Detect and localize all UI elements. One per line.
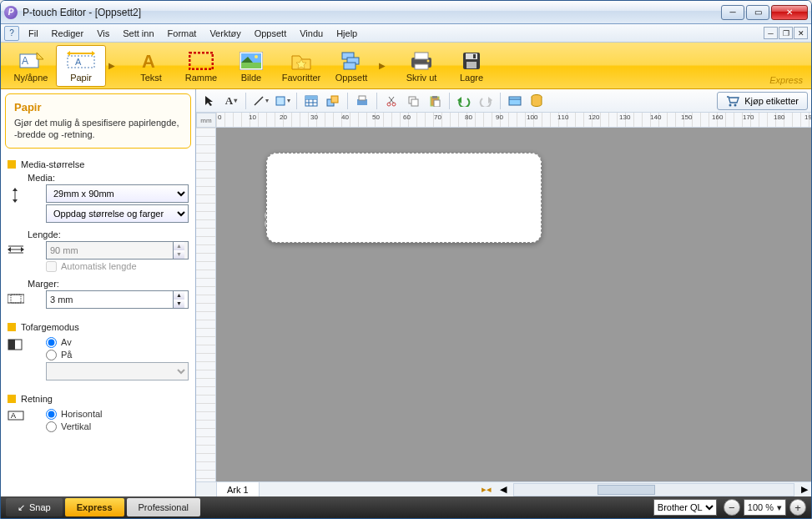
svg-rect-25	[467, 62, 477, 68]
minimize-button[interactable]: ─	[721, 5, 744, 20]
line-tool[interactable]	[250, 92, 270, 110]
svg-rect-53	[359, 96, 366, 100]
ribbon-print[interactable]: Skriv ut	[396, 45, 446, 87]
ribbon-paper[interactable]: A Papir	[56, 45, 106, 87]
svg-rect-38	[8, 340, 15, 350]
svg-marker-2	[37, 53, 43, 59]
cart-icon	[726, 95, 739, 107]
ribbon-save[interactable]: Lagre	[446, 45, 497, 87]
mode-snap[interactable]: ↙Snap	[6, 498, 63, 516]
paper-icon: A	[67, 49, 95, 73]
zoom-in-button[interactable]: +	[789, 499, 806, 516]
ribbon-frame[interactable]: Ramme	[176, 45, 226, 87]
vertical-ruler	[196, 128, 216, 481]
zoom-select[interactable]: 100 % ▾	[744, 499, 786, 516]
margins-icon	[8, 294, 24, 309]
ribbon-layout[interactable]: Oppsett	[326, 45, 376, 87]
edit-toolbar: A Kjøp e	[196, 89, 811, 113]
svg-marker-28	[13, 188, 18, 191]
menu-window[interactable]: Vindu	[293, 27, 330, 40]
section-twocolor: Tofargemodus	[8, 319, 189, 335]
orientation-vertical-radio[interactable]: Vertikal	[46, 421, 189, 432]
menu-help[interactable]: Hjelp	[330, 27, 364, 40]
svg-rect-35	[8, 295, 24, 303]
text-tool[interactable]: A	[221, 92, 241, 110]
ribbon-favorites[interactable]: Favoritter	[276, 45, 326, 87]
scroll-left-icon[interactable]: ◀	[500, 484, 507, 495]
svg-text:A: A	[142, 51, 155, 71]
tip-box: Papir Gjør det mulig å spesifisere papir…	[5, 93, 191, 149]
horizontal-scrollbar[interactable]	[513, 483, 794, 496]
table-tool[interactable]	[301, 92, 321, 110]
ribbon-new-open[interactable]: A Ny/åpne	[6, 45, 56, 87]
mdi-close-button[interactable]: ✕	[794, 27, 808, 39]
svg-point-13	[255, 55, 258, 58]
sheet-options-icon[interactable]: ▸◂	[482, 484, 492, 495]
svg-rect-51	[331, 96, 338, 103]
ribbon-group2-expand[interactable]: ▶	[376, 45, 388, 87]
mdi-minimize-button[interactable]: ─	[764, 27, 778, 39]
design-canvas[interactable]: 29mm x 90mm	[216, 128, 811, 481]
margins-input[interactable]: 3 mm▲▼	[46, 290, 189, 309]
svg-rect-18	[344, 63, 356, 69]
twocolor-off-radio[interactable]: Av	[46, 337, 189, 348]
mode-professional[interactable]: Professional	[127, 498, 201, 516]
svg-point-68	[729, 103, 732, 106]
printer-select[interactable]: Brother QL	[653, 499, 717, 516]
svg-rect-61	[432, 96, 437, 98]
menu-layout[interactable]: Oppsett	[248, 27, 294, 40]
zoom-out-button[interactable]: −	[724, 499, 740, 516]
label-preview[interactable]	[266, 153, 542, 243]
sheet-tab[interactable]: Ark 1	[216, 482, 260, 497]
mode-express[interactable]: Express	[65, 498, 124, 516]
scroll-right-icon[interactable]: ▶	[801, 484, 808, 495]
copy-tool[interactable]	[403, 92, 423, 110]
ribbon-text[interactable]: A Tekst	[126, 45, 176, 87]
menu-view[interactable]: Vis	[90, 27, 116, 40]
help-icon[interactable]: ?	[4, 26, 19, 41]
twocolor-select	[46, 362, 189, 380]
pointer-tool[interactable]	[199, 92, 219, 110]
media-size-icon	[8, 188, 24, 203]
menu-format[interactable]: Format	[161, 27, 204, 40]
svg-marker-41	[205, 96, 213, 106]
ribbon-toolbar: A Ny/åpne A Papir ▶ A Tekst Ramme Bilde	[1, 43, 811, 89]
svg-point-22	[427, 59, 430, 62]
ribbon-image[interactable]: Bilde	[226, 45, 276, 87]
menu-bar: ? Fil Rediger Vis Sett inn Format Verktø…	[1, 24, 811, 43]
arrange-tool[interactable]	[323, 92, 343, 110]
ribbon-mode-label: Express	[769, 75, 803, 85]
menu-file[interactable]: Fil	[22, 27, 45, 40]
svg-point-69	[734, 103, 737, 106]
ribbon-group1-expand[interactable]: ▶	[106, 45, 118, 87]
svg-rect-26	[473, 54, 476, 58]
redo-tool[interactable]	[476, 92, 496, 110]
twocolor-icon	[8, 339, 24, 354]
shape-tool[interactable]	[272, 92, 292, 110]
buy-labels-button[interactable]: Kjøp etiketter	[717, 92, 808, 110]
length-label: Lengde:	[28, 229, 189, 239]
menu-tools[interactable]: Verktøy	[203, 27, 247, 40]
svg-rect-14	[241, 63, 261, 68]
screen-tool[interactable]	[505, 92, 525, 110]
length-input[interactable]: 90 mm▲▼	[46, 241, 189, 260]
print-tool[interactable]	[352, 92, 372, 110]
menu-insert[interactable]: Sett inn	[116, 27, 160, 40]
menu-edit[interactable]: Rediger	[45, 27, 91, 40]
svg-rect-36	[11, 295, 21, 303]
database-tool[interactable]	[527, 92, 547, 110]
paste-tool[interactable]	[425, 92, 445, 110]
close-button[interactable]: ✕	[771, 5, 808, 20]
auto-length-checkbox[interactable]: Automatisk lengde	[46, 261, 189, 272]
detect-select[interactable]: Oppdag størrelse og farger	[46, 204, 189, 223]
media-select[interactable]: 29mm x 90mm	[46, 184, 189, 203]
svg-rect-62	[434, 100, 440, 107]
mdi-restore-button[interactable]: ❐	[779, 27, 793, 39]
maximize-button[interactable]: ▭	[746, 5, 769, 20]
cut-tool[interactable]	[381, 92, 401, 110]
twocolor-on-radio[interactable]: På	[46, 350, 189, 360]
svg-rect-9	[189, 53, 213, 69]
undo-tool[interactable]	[454, 92, 474, 110]
svg-rect-65	[509, 97, 521, 105]
orientation-horizontal-radio[interactable]: Horisontal	[46, 409, 189, 420]
